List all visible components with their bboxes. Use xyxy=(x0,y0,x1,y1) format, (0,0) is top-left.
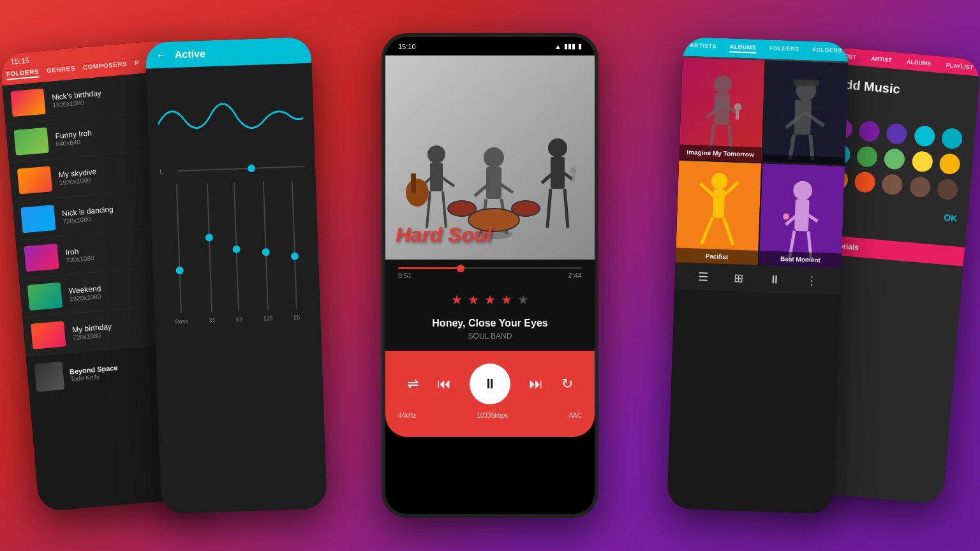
svg-rect-39 xyxy=(794,79,819,86)
progress-dot xyxy=(457,265,464,272)
back-button[interactable]: ← xyxy=(156,48,168,62)
v-label-bass: Bass xyxy=(175,318,188,325)
v-slider-125: 125 xyxy=(258,181,273,321)
thumb-birthday xyxy=(31,321,66,349)
v-dot xyxy=(262,248,269,256)
add-music-label: Add Music xyxy=(835,77,969,103)
svg-point-2 xyxy=(484,147,504,168)
pause-icon-small[interactable]: ⏸ xyxy=(769,272,781,286)
color-grid xyxy=(826,118,965,201)
filter-icon[interactable]: ☰ xyxy=(698,270,709,284)
tab-albums[interactable]: ALBUMS xyxy=(729,43,756,53)
tab-folders-2[interactable]: FOLDERS xyxy=(812,47,842,57)
eq-title: Active xyxy=(175,48,206,61)
color-red[interactable] xyxy=(854,171,876,193)
svg-point-19 xyxy=(548,138,567,158)
color-brown-1[interactable] xyxy=(882,173,904,196)
item-info: Iroh 720x1080 xyxy=(65,245,94,263)
left-time: 15:15 xyxy=(10,56,30,67)
center-status-icons: ▲ ▮▮▮ ▮ xyxy=(554,42,582,50)
stars-row[interactable]: ★ ★ ★ ★ ★ xyxy=(385,283,595,312)
grid-icon[interactable]: ⊞ xyxy=(734,271,744,286)
star-3[interactable]: ★ xyxy=(484,292,496,307)
meta-quality: 10335kbps xyxy=(477,412,508,419)
shuffle-button[interactable]: ⇌ xyxy=(407,376,419,392)
v-label-31: 31 xyxy=(209,317,215,323)
item-info: Nick's birthday 1920x1080 xyxy=(52,88,103,108)
album-title: Hard Soul xyxy=(396,223,492,247)
color-cyan-2[interactable] xyxy=(941,128,963,150)
progress-bar[interactable] xyxy=(398,267,582,269)
tab-albums-right[interactable]: ALBUMS xyxy=(907,59,932,67)
controls-bg: ⇌ ⏮ ⏸ ⏭ ↻ 44kHz 10335kbps AAC xyxy=(385,351,595,437)
center-status-bar: 15:10 ▲ ▮▮▮ ▮ xyxy=(385,37,595,55)
tab-artists[interactable]: ARTISTS xyxy=(690,42,716,52)
album-cell-beat[interactable]: Beat Moment xyxy=(759,163,845,268)
v-track[interactable] xyxy=(176,184,182,313)
eq-waveform xyxy=(156,73,304,155)
v-track[interactable] xyxy=(292,180,297,309)
song-info: Honey, Close Your Eyes SOUL BAND xyxy=(385,312,595,351)
tab-folders-1[interactable]: FOLDERS xyxy=(769,45,799,55)
tab-more[interactable]: P xyxy=(135,59,140,70)
tab-playlist[interactable]: PLAYLIST xyxy=(946,62,973,71)
v-track[interactable] xyxy=(207,183,212,312)
album-art: Hard Soul xyxy=(385,55,595,260)
color-brown-3[interactable] xyxy=(937,179,959,201)
or-label: or xyxy=(833,101,966,122)
color-indigo[interactable] xyxy=(886,122,908,145)
v-label-125: 125 xyxy=(263,315,272,322)
v-sliders: Bass 31 62 125 xyxy=(160,180,311,325)
thumb-nicks-birthday xyxy=(10,89,45,117)
album-cell-dark[interactable] xyxy=(762,60,849,165)
ok-button[interactable]: OK xyxy=(824,202,958,223)
color-green-1[interactable] xyxy=(856,145,879,168)
song-artist: SOUL BAND xyxy=(385,332,595,341)
progress-area: 0:51 2:44 xyxy=(385,260,595,283)
color-brown-2[interactable] xyxy=(909,176,932,198)
svg-point-10 xyxy=(512,201,540,216)
bottom-thumb xyxy=(34,362,65,392)
color-green-2[interactable] xyxy=(884,148,906,170)
v-track[interactable] xyxy=(234,182,239,311)
star-5[interactable]: ★ xyxy=(517,292,529,307)
tab-artist-2[interactable]: ARTIST xyxy=(871,55,892,64)
tab-folders[interactable]: FOLDERS xyxy=(6,68,39,80)
prev-button[interactable]: ⏮ xyxy=(437,376,451,392)
h-slider-row: L xyxy=(160,163,305,175)
time-current: 0:51 xyxy=(398,272,412,279)
album-label-pacifist: Pacifist xyxy=(676,247,759,265)
star-2[interactable]: ★ xyxy=(468,292,479,307)
meta-bitrate: 44kHz xyxy=(398,412,416,419)
next-button[interactable]: ⏭ xyxy=(529,376,543,392)
color-cyan-1[interactable] xyxy=(914,125,936,147)
item-info: Funny Iroh 640x640 xyxy=(55,128,93,147)
album-grid: Imagine My Tomorrow xyxy=(676,57,849,268)
tab-genres[interactable]: GENRES xyxy=(46,64,75,77)
time-total: 2:44 xyxy=(568,272,582,279)
v-dot xyxy=(290,253,298,260)
album-cell-pacifist[interactable]: Pacifist xyxy=(676,161,762,265)
svg-point-25 xyxy=(570,167,577,173)
thumb-funny-iroh xyxy=(14,128,49,156)
phone-center: 15:10 ▲ ▮▮▮ ▮ xyxy=(382,33,598,518)
h-slider[interactable] xyxy=(177,166,305,172)
pause-button[interactable]: ⏸ xyxy=(470,364,510,404)
album-cell-imagine[interactable]: Imagine My Tomorrow xyxy=(679,57,765,162)
album-label-beat: Beat Moment xyxy=(759,251,842,268)
color-amber[interactable] xyxy=(939,153,961,175)
svg-rect-36 xyxy=(736,111,739,120)
color-purple-2[interactable] xyxy=(858,121,880,143)
phone-albums: ARTISTS ALBUMS FOLDERS FOLDERS xyxy=(667,37,849,515)
thumb-nick-dancing xyxy=(20,205,56,233)
more-icon[interactable]: ⋮ xyxy=(806,274,818,288)
v-slider-bass: Bass xyxy=(170,184,188,325)
v-track[interactable] xyxy=(262,181,268,310)
progress-fill xyxy=(398,267,459,269)
v-slider-25: 25 xyxy=(289,180,301,321)
color-yellow[interactable] xyxy=(911,151,933,173)
star-4[interactable]: ★ xyxy=(501,292,512,307)
h-slider-dot xyxy=(248,164,255,172)
repeat-button[interactable]: ↻ xyxy=(561,376,573,392)
star-1[interactable]: ★ xyxy=(451,292,463,307)
